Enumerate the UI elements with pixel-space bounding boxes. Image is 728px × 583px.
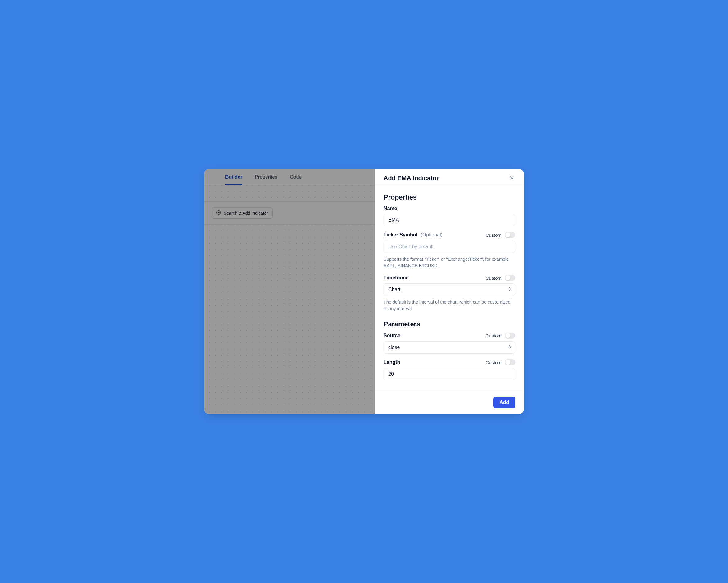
timeframe-custom-toggle[interactable] <box>505 275 515 281</box>
panel-body: Properties Name Ticker Symbol (Optional)… <box>375 186 524 392</box>
length-label: Length <box>384 359 400 365</box>
name-label: Name <box>384 206 397 211</box>
app-window: Builder Properties Code + Search & Add I… <box>204 169 524 414</box>
panel-header: Add EMA Indicator <box>375 169 524 186</box>
field-length: Length Custom <box>384 359 515 380</box>
source-select[interactable]: close <box>384 341 515 354</box>
ticker-label: Ticker Symbol (Optional) <box>384 232 443 238</box>
source-custom-wrap: Custom <box>486 332 515 339</box>
field-source: Source Custom close <box>384 332 515 354</box>
ticker-optional: (Optional) <box>421 232 443 237</box>
ticker-label-text: Ticker Symbol <box>384 232 417 237</box>
source-label: Source <box>384 333 400 338</box>
ticker-input[interactable] <box>384 240 515 253</box>
name-input[interactable] <box>384 214 515 226</box>
field-ticker: Ticker Symbol (Optional) Custom Supports… <box>384 232 515 269</box>
timeframe-label: Timeframe <box>384 275 409 281</box>
ticker-help: Supports the format "Ticker" or "Exchang… <box>384 256 515 269</box>
panel-title: Add EMA Indicator <box>384 175 439 182</box>
length-input[interactable] <box>384 368 515 380</box>
timeframe-help: The default is the interval of the chart… <box>384 299 515 312</box>
source-custom-label: Custom <box>486 333 501 338</box>
timeframe-custom-label: Custom <box>486 275 501 281</box>
close-icon <box>509 175 514 181</box>
ticker-custom-toggle[interactable] <box>505 232 515 238</box>
length-custom-toggle[interactable] <box>505 359 515 365</box>
ticker-custom-wrap: Custom <box>486 232 515 238</box>
close-button[interactable] <box>509 175 515 182</box>
section-properties-title: Properties <box>384 193 515 201</box>
ticker-custom-label: Custom <box>486 232 501 238</box>
length-custom-wrap: Custom <box>486 359 515 365</box>
field-timeframe: Timeframe Custom Chart The def <box>384 275 515 312</box>
indicator-panel: Add EMA Indicator Properties Name <box>375 169 524 414</box>
field-name: Name <box>384 206 515 226</box>
section-parameters-title: Parameters <box>384 320 515 328</box>
timeframe-custom-wrap: Custom <box>486 275 515 281</box>
timeframe-select[interactable]: Chart <box>384 283 515 296</box>
length-custom-label: Custom <box>486 360 501 365</box>
add-button[interactable]: Add <box>493 397 515 408</box>
panel-footer: Add <box>375 392 524 414</box>
source-custom-toggle[interactable] <box>505 332 515 339</box>
